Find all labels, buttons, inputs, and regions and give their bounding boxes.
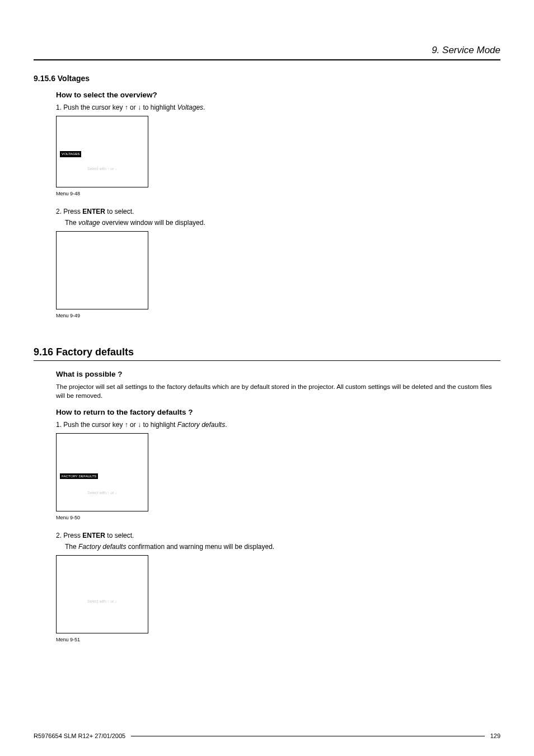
menu-9-49: VOLTAGES +24V : 0.0 V +4V85 : 0.0 V +12V… (56, 231, 148, 309)
step2-b: to select. (105, 208, 134, 215)
m51-body: This function will erase all custom file… (60, 568, 144, 577)
how-return-heading: How to return to the factory defaults ? (56, 408, 500, 416)
m48-highlight: VOLTAGES (60, 151, 81, 157)
s916-s1b: or (128, 421, 138, 429)
m49-l7: +HV : 0 V (60, 276, 144, 280)
m51-h2: then <ENTER> (60, 604, 144, 609)
m49-l4: +5V : 0.0 V (60, 262, 144, 266)
step2-a: 2. Press (56, 208, 82, 215)
m50-a0: ADD-INS (60, 479, 144, 483)
m50-h2: then <ENTER> (60, 496, 144, 500)
s916-s1a: 1. Push the cursor key (56, 421, 125, 429)
m48-it0: I2C (60, 128, 144, 132)
s916-step1: 1. Push the cursor key ↑ or ↓ to highlig… (56, 421, 500, 429)
s916-s1c: to highlight (141, 421, 177, 429)
footer-left: R5976654 SLM R12+ 27/01/2005 (34, 732, 125, 739)
m48-h1: Select with ↑ or ↓ (60, 163, 144, 171)
s916-s2a: 2. Press (56, 532, 82, 539)
m50-b1: MENU POSITION (60, 450, 144, 454)
menu-9-48: DIAGNOSIS I2C FORMATTER SMPS TEMPERATURE… (56, 116, 148, 187)
what-possible-para: The projector will set all settings to t… (56, 383, 500, 400)
m49-l3: -12V : 0.0 V (60, 257, 144, 261)
r-ital: voltage (78, 219, 100, 227)
m50-h1: Select with ↑ or ↓ (60, 487, 144, 495)
section-9-16-heading: 9.16 Factory defaults (34, 346, 500, 361)
m50-b5: DIAGNOSIS (60, 468, 144, 473)
m49-l2: +12V : 0.0 V (60, 252, 144, 257)
m50-b3: PRESET INPUT BALANCE (60, 459, 144, 463)
s916-s2b: to select. (105, 532, 134, 539)
m50-title: SERVICE MODE (60, 438, 144, 443)
menu-9-51-caption: Menu 9-51 (56, 637, 500, 642)
s9156-step1: 1. Push the cursor key ↑ or ↓ to highlig… (56, 104, 500, 111)
m49-l1: +4V85 : 0.0 V (60, 248, 144, 252)
step1-text-b: or (128, 104, 138, 111)
m48-h3: <EXIT> to return. (60, 176, 144, 180)
page: 9. Service Mode 9.15.6 Voltages How to s… (0, 0, 534, 756)
footer-page-number: 129 (490, 732, 500, 739)
s916-r-ital: Factory defaults (78, 543, 126, 551)
m51-h3: <EXIT> to return. (60, 609, 144, 613)
footer: R5976654 SLM R12+ 27/01/2005 129 (34, 732, 500, 739)
s916-s1-ital: Factory defaults (177, 421, 225, 429)
s916-step2: 2. Press ENTER to select. (56, 532, 500, 539)
menu-9-50-caption: Menu 9-50 (56, 515, 500, 520)
m51-no: NO (104, 585, 122, 589)
m48-h2: then <ENTER> (60, 171, 144, 176)
m51-choices: YES NO (60, 585, 144, 590)
section-9-15-6-body: How to select the overview? 1. Push the … (56, 91, 500, 318)
m50-b4: UNIFORMITY (60, 464, 144, 468)
r-b: overview window will be displayed. (100, 219, 205, 227)
menu-9-49-caption: Menu 9-49 (56, 313, 500, 318)
s916-rb: confirmation and warning menu will be di… (126, 543, 274, 551)
s916-step2-result: The Factory defaults confirmation and wa… (65, 543, 500, 551)
m48-it2: SMPS (60, 137, 144, 142)
how-select-overview-heading: How to select the overview? (56, 91, 500, 99)
m50-highlight: FACTORY DEFAULTS (60, 473, 98, 479)
m49-l0: +24V : 0.0 V (60, 243, 144, 247)
m51-h1: Select with ↑ or ↓ (60, 595, 144, 604)
s916-s1-end: . (225, 421, 227, 429)
m49-hint: <ENTER> to continue (60, 284, 144, 288)
m49-l6: +6V : 0.0 V (60, 271, 144, 276)
menu-9-50: SERVICE MODE LENS MENU POSITION BARCO LO… (56, 433, 148, 511)
step1-text-a: 1. Push the cursor key (56, 104, 125, 111)
what-possible-heading: What is possible ? (56, 370, 500, 378)
section-9-15-6-title: 9.15.6 Voltages (34, 74, 500, 83)
step1-end: . (203, 104, 205, 111)
m51-title: FACTORY DEFAULTS (60, 560, 144, 565)
m49-l5: +3V3 : 0.0 V (60, 266, 144, 271)
s9156-step2: 2. Press ENTER to select. (56, 208, 500, 215)
m48-title: DIAGNOSIS (60, 121, 144, 125)
step1-ital: Voltages (177, 104, 203, 111)
section-9-16-body: What is possible ? The projector will se… (56, 370, 500, 642)
footer-rule (131, 736, 484, 736)
m49-title: VOLTAGES (60, 236, 144, 241)
m48-it4: FAN SPEEDS (60, 147, 144, 151)
chapter-header: 9. Service Mode (34, 45, 500, 60)
m50-h3: <EXIT> to return. (60, 500, 144, 505)
m48-it1: FORMATTER (60, 133, 144, 137)
s916-ra: The (65, 543, 78, 551)
s916-s2-enter: ENTER (82, 532, 105, 539)
m48-hl-row: VOLTAGES (60, 151, 144, 157)
r-a: The (65, 219, 78, 227)
m50-b0: LENS (60, 445, 144, 449)
m48-it3: TEMPERATURE (60, 142, 144, 146)
s9156-step2-result: The voltage overview window will be disp… (65, 219, 500, 227)
step2-enter: ENTER (82, 208, 105, 215)
menu-9-51: FACTORY DEFAULTS This function will eras… (56, 555, 148, 633)
step1-text-c: to highlight (141, 104, 177, 111)
m51-yes: YES (82, 585, 102, 589)
menu-9-48-caption: Menu 9-48 (56, 191, 500, 196)
m50-hl-row: FACTORY DEFAULTS (60, 473, 144, 479)
m50-b2: BARCO LOGO (60, 454, 144, 459)
